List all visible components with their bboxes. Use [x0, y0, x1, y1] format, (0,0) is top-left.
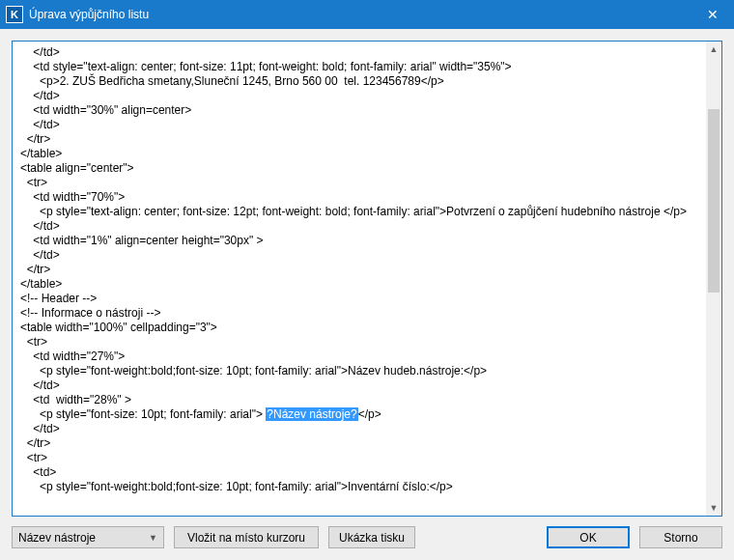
code-line[interactable]: </td> [20, 378, 714, 393]
variable-select[interactable]: Název nástroje ▼ [12, 526, 164, 548]
bottom-toolbar: Název nástroje ▼ Vložit na místo kurzoru… [12, 517, 722, 548]
code-line[interactable]: <td width="27%"> [20, 350, 714, 364]
code-line[interactable]: </tr> [20, 263, 714, 277]
print-preview-button[interactable]: Ukázka tisku [328, 526, 415, 548]
code-line[interactable]: </td> [20, 248, 714, 263]
code-line[interactable]: </tr> [20, 436, 714, 451]
chevron-down-icon: ▼ [149, 533, 157, 543]
code-line[interactable]: <p style="font-weight:bold;font-size: 10… [20, 364, 714, 378]
code-line[interactable]: </td> [20, 422, 714, 436]
close-button[interactable]: ✕ [691, 0, 734, 29]
code-line[interactable]: <!-- Header --> [20, 292, 714, 306]
code-line[interactable]: <!-- Informace o nástroji --> [20, 306, 714, 321]
code-line[interactable]: <td width="70%"> [20, 190, 714, 205]
code-line[interactable]: <td width="30%" align=center> [20, 103, 714, 118]
window-body: </td> <td style="text-align: center; fon… [0, 29, 734, 560]
code-line[interactable]: <td style="text-align: center; font-size… [20, 60, 714, 74]
code-line[interactable]: <tr> [20, 451, 714, 465]
code-line[interactable]: <table width="100%" cellpadding="3"> [20, 321, 714, 335]
vertical-scrollbar[interactable]: ▲ ▼ [706, 42, 721, 516]
scrollbar-thumb[interactable] [708, 109, 720, 293]
code-line[interactable]: <td> [20, 465, 714, 480]
code-line[interactable]: </table> [20, 147, 714, 161]
scroll-up-arrow[interactable]: ▲ [706, 42, 721, 57]
titlebar: K Úprava výpůjčního listu ✕ [0, 0, 734, 29]
variable-select-value: Název nástroje [18, 531, 96, 545]
window-title: Úprava výpůjčního listu [29, 8, 149, 21]
cancel-button[interactable]: Storno [639, 526, 722, 548]
scroll-down-arrow[interactable]: ▼ [706, 500, 721, 516]
code-line[interactable]: </td> [20, 45, 714, 60]
code-line[interactable]: <p style="font-weight:bold;font-size: 10… [20, 480, 714, 494]
code-line[interactable]: <p style="font-size: 10pt; font-family: … [20, 407, 714, 422]
app-icon: K [6, 6, 23, 23]
code-line[interactable]: </td> [20, 89, 714, 103]
ok-button[interactable]: OK [547, 526, 630, 548]
code-line[interactable]: </table> [20, 277, 714, 292]
code-line[interactable]: </td> [20, 219, 714, 234]
code-line[interactable]: <td width="28%" > [20, 393, 714, 407]
code-line[interactable]: <p style="text-align: center; font-size:… [20, 205, 714, 219]
code-line[interactable]: <td width="1%" align=center height="30px… [20, 234, 714, 248]
code-line[interactable]: </td> [20, 118, 714, 132]
code-line[interactable]: <tr> [20, 176, 714, 190]
code-line[interactable]: <p>2. ZUŠ Bedřicha smetany,Sluneční 1245… [20, 74, 714, 89]
code-editor[interactable]: </td> <td style="text-align: center; fon… [12, 41, 722, 517]
selected-text[interactable]: ?Název nástroje? [266, 407, 357, 421]
code-line[interactable]: </tr> [20, 132, 714, 147]
code-line[interactable]: <table align="center"> [20, 161, 714, 176]
code-line[interactable]: <tr> [20, 335, 714, 350]
insert-at-cursor-button[interactable]: Vložit na místo kurzoru [174, 526, 319, 548]
